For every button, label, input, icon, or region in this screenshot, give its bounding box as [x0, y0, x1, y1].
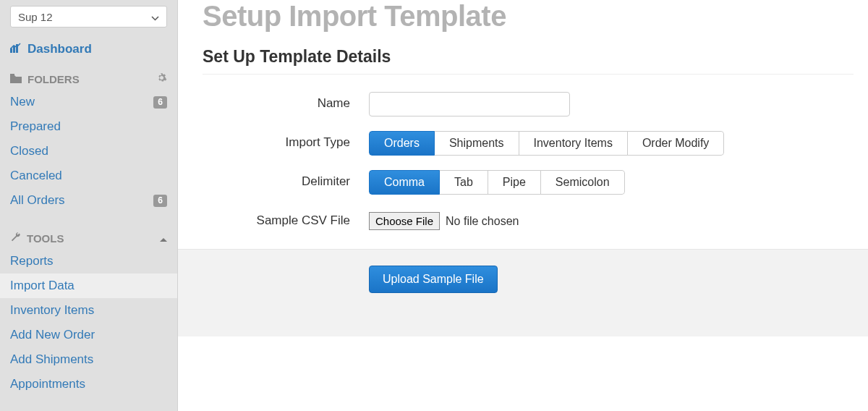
sidebar-item-inventory-items[interactable]: Inventory Items	[0, 298, 177, 323]
sidebar-item-label: Closed	[10, 144, 48, 158]
sidebar-item-all-orders[interactable]: All Orders 6	[0, 188, 177, 213]
sidebar-item-reports[interactable]: Reports	[0, 249, 177, 274]
sidebar-item-label: All Orders	[10, 193, 65, 208]
gear-icon[interactable]	[156, 72, 167, 85]
section-title: Set Up Template Details	[203, 47, 854, 75]
sidebar-item-label: Add New Order	[10, 328, 95, 342]
import-type-group: Orders Shipments Inventory Items Order M…	[369, 131, 724, 156]
sidebar-item-label: Inventory Items	[10, 303, 94, 318]
sidebar-item-canceled[interactable]: Canceled	[0, 164, 177, 188]
label-delimiter: Delimiter	[203, 170, 369, 189]
choose-file-button[interactable]: Choose File	[369, 212, 440, 230]
form-row-delimiter: Delimiter Comma Tab Pipe Semicolon	[203, 170, 854, 195]
sidebar-item-new[interactable]: New 6	[0, 90, 177, 114]
section-header-tools[interactable]: TOOLS	[0, 227, 177, 249]
sidebar-item-label: Appointments	[10, 377, 85, 391]
section-label: FOLDERS	[27, 73, 80, 85]
import-type-orders[interactable]: Orders	[369, 131, 435, 156]
sidebar-item-appointments[interactable]: Appointments	[0, 372, 177, 397]
svg-rect-1	[13, 46, 15, 53]
import-type-order-modify[interactable]: Order Modify	[627, 131, 724, 156]
delimiter-pipe[interactable]: Pipe	[488, 170, 541, 195]
upload-sample-file-button[interactable]: Upload Sample File	[369, 266, 498, 293]
wrench-icon	[10, 232, 21, 245]
form-row-import-type: Import Type Orders Shipments Inventory I…	[203, 131, 854, 156]
label-import-type: Import Type	[203, 131, 369, 150]
import-type-inventory-items[interactable]: Inventory Items	[519, 131, 628, 156]
sidebar-item-add-new-order[interactable]: Add New Order	[0, 323, 177, 347]
file-status: No file chosen	[446, 215, 519, 228]
form-row-name: Name	[203, 92, 854, 116]
sidebar-item-import-data[interactable]: Import Data	[0, 274, 177, 298]
context-selector[interactable]: Sup 12	[10, 6, 167, 27]
section-label: TOOLS	[27, 232, 64, 245]
sidebar-item-label: Reports	[10, 254, 54, 268]
chart-icon	[10, 42, 23, 56]
badge: 6	[153, 195, 167, 207]
sidebar-dashboard[interactable]: Dashboard	[0, 35, 177, 68]
sidebar-item-label: Canceled	[10, 169, 62, 183]
sidebar-item-label: Prepared	[10, 119, 61, 134]
sidebar-item-label: New	[10, 95, 35, 109]
delimiter-group: Comma Tab Pipe Semicolon	[369, 170, 625, 195]
sidebar-item-label: Add Shipments	[10, 352, 93, 367]
form-footer: Upload Sample File	[178, 249, 868, 336]
folder-icon	[10, 73, 22, 85]
sidebar-item-add-shipments[interactable]: Add Shipments	[0, 347, 177, 372]
chevron-down-icon	[151, 11, 159, 23]
label-name: Name	[203, 92, 369, 111]
sidebar-item-label: Import Data	[10, 279, 75, 293]
delimiter-tab[interactable]: Tab	[439, 170, 488, 195]
form-row-sample-file: Sample CSV File Choose File No file chos…	[203, 209, 854, 230]
sidebar-item-closed[interactable]: Closed	[0, 139, 177, 164]
delimiter-comma[interactable]: Comma	[369, 170, 440, 195]
sidebar-item-prepared[interactable]: Prepared	[0, 114, 177, 139]
context-selector-value: Sup 12	[18, 11, 53, 23]
main: Setup Import Template Set Up Template De…	[178, 0, 868, 411]
label-sample-file: Sample CSV File	[203, 209, 369, 228]
collapse-icon[interactable]	[160, 232, 167, 245]
sidebar: Sup 12 Dashboard FOLDERS New 6	[0, 0, 178, 411]
form: Name Import Type Orders Shipments Invent…	[203, 92, 854, 230]
import-type-shipments[interactable]: Shipments	[434, 131, 519, 156]
name-input[interactable]	[369, 92, 570, 116]
badge: 6	[153, 96, 167, 109]
section-header-folders[interactable]: FOLDERS	[0, 68, 177, 90]
delimiter-semicolon[interactable]: Semicolon	[540, 170, 625, 195]
sidebar-dashboard-label: Dashboard	[27, 42, 92, 56]
page-title: Setup Import Template	[203, 0, 854, 33]
